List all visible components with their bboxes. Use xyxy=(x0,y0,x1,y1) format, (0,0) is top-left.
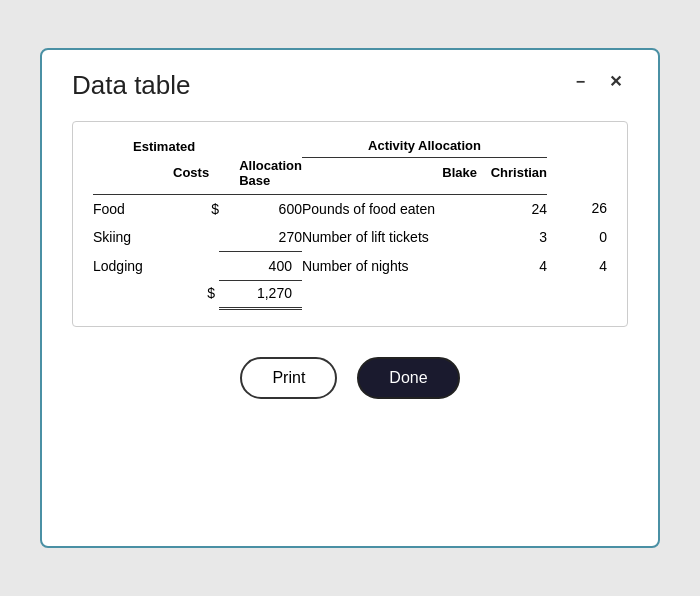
dialog-title: Data table xyxy=(72,70,191,101)
table-row: Skiing 270 Number of lift tickets 3 0 xyxy=(93,223,607,252)
dollar-lodging xyxy=(173,251,219,280)
table-row: Lodging 400 Number of nights 4 4 xyxy=(93,251,607,280)
col-empty xyxy=(93,158,173,195)
christian-food: 26 xyxy=(547,194,607,223)
costs-header: Costs xyxy=(173,158,219,195)
alloc-base-lodging: Number of nights xyxy=(302,251,487,280)
activity-food: Food xyxy=(93,194,173,223)
table-header-row-1: Estimated Activity Allocation xyxy=(93,138,607,158)
christian-lodging: 4 xyxy=(547,251,607,280)
dollar-food: $ xyxy=(173,194,219,223)
minimize-button[interactable]: − xyxy=(570,71,591,93)
alloc-base-food: Pounds of food eaten xyxy=(302,194,487,223)
estimated-header: Estimated xyxy=(93,138,302,158)
amount-food: 600 xyxy=(219,194,302,223)
blake-header: Blake xyxy=(302,158,487,195)
dollar-skiing xyxy=(173,223,219,252)
window-controls: − ✕ xyxy=(570,70,628,93)
total-dollar: $ xyxy=(173,280,219,308)
allocation-base-header: Allocation Base xyxy=(219,158,302,195)
print-button[interactable]: Print xyxy=(240,357,337,399)
amount-lodging: 400 xyxy=(219,251,302,280)
activity-skiing: Skiing xyxy=(93,223,173,252)
title-bar: Data table − ✕ xyxy=(72,70,628,101)
table-row: Food $ 600 Pounds of food eaten 24 26 xyxy=(93,194,607,223)
dialog: Data table − ✕ Estimated Activity Alloca… xyxy=(40,48,660,548)
buttons-row: Print Done xyxy=(72,357,628,399)
total-amount: 1,270 xyxy=(219,280,302,308)
table-header-row-2: Costs Allocation Base Blake Christian xyxy=(93,158,607,195)
close-button[interactable]: ✕ xyxy=(603,70,628,93)
data-table: Estimated Activity Allocation Costs Allo… xyxy=(93,138,607,310)
christian-header: Christian xyxy=(487,158,547,195)
table-container: Estimated Activity Allocation Costs Allo… xyxy=(72,121,628,327)
total-row: $ 1,270 xyxy=(93,280,607,308)
blake-skiing: 3 xyxy=(487,223,547,252)
activity-lodging: Lodging xyxy=(93,251,173,280)
activity-allocation-header: Activity Allocation xyxy=(302,138,547,158)
blake-lodging: 4 xyxy=(487,251,547,280)
blake-food: 24 xyxy=(487,194,547,223)
done-button[interactable]: Done xyxy=(357,357,459,399)
total-label xyxy=(93,280,173,308)
christian-skiing: 0 xyxy=(547,223,607,252)
alloc-base-skiing: Number of lift tickets xyxy=(302,223,487,252)
total-spacer xyxy=(302,280,607,308)
amount-skiing: 270 xyxy=(219,223,302,252)
